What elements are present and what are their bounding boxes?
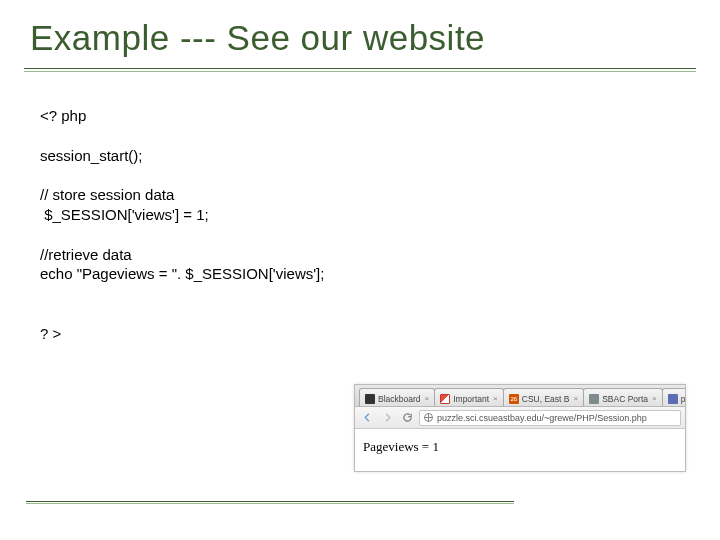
page-output: Pageviews = 1 — [355, 429, 685, 465]
tab-label: Blackboard — [378, 394, 421, 404]
close-icon: × — [574, 394, 579, 403]
browser-tab: Blackboard × — [359, 388, 435, 406]
browser-tab: 26 CSU, East B × — [503, 388, 584, 406]
forward-arrow-icon — [379, 410, 395, 426]
browser-screenshot: Blackboard × Important × 26 CSU, East B … — [354, 384, 686, 472]
sbac-icon — [589, 394, 599, 404]
page-icon — [668, 394, 678, 404]
blackboard-icon — [365, 394, 375, 404]
tab-label: pu — [681, 394, 685, 404]
url-bar: puzzle.sci.csueastbay.edu/~grewe/PHP/Ses… — [419, 410, 681, 426]
reload-icon — [399, 410, 415, 426]
csu-icon: 26 — [509, 394, 519, 404]
close-icon: × — [652, 394, 657, 403]
browser-tab: SBAC Porta × — [583, 388, 663, 406]
footer-divider — [26, 501, 514, 504]
close-icon: × — [493, 394, 498, 403]
close-icon: × — [425, 394, 430, 403]
slide-title: Example --- See our website — [28, 18, 692, 66]
back-arrow-icon — [359, 410, 375, 426]
url-text: puzzle.sci.csueastbay.edu/~grewe/PHP/Ses… — [437, 413, 647, 423]
browser-nav-bar: puzzle.sci.csueastbay.edu/~grewe/PHP/Ses… — [355, 407, 685, 429]
php-code-block: <? php session_start(); // store session… — [40, 106, 682, 344]
browser-tab: Important × — [434, 388, 504, 406]
globe-icon — [424, 413, 433, 422]
gmail-icon — [440, 394, 450, 404]
tab-label: CSU, East B — [522, 394, 570, 404]
tab-label: Important — [453, 394, 489, 404]
browser-tab-strip: Blackboard × Important × 26 CSU, East B … — [355, 385, 685, 407]
browser-tab: pu — [662, 388, 685, 406]
tab-label: SBAC Porta — [602, 394, 648, 404]
